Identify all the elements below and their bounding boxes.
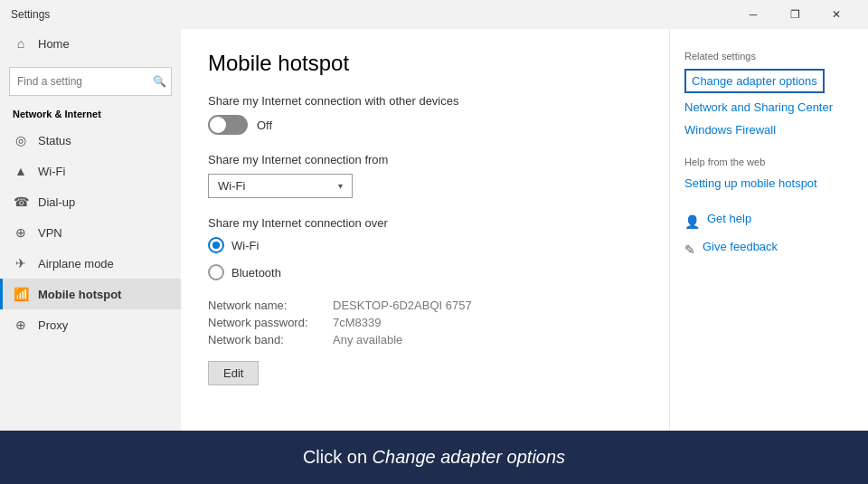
network-band-value: Any available: [333, 333, 402, 346]
share-toggle-row: Share my Internet connection with other …: [208, 94, 642, 135]
sidebar-home-label: Home: [38, 37, 70, 51]
sidebar-item-label: Proxy: [38, 318, 68, 332]
hotspot-icon: 📶: [13, 287, 29, 301]
help-section: Help from the web Setting up mobile hots…: [684, 157, 854, 192]
sidebar-item-airplane[interactable]: ✈ Airplane mode: [0, 248, 181, 279]
help-icon: 👤: [684, 214, 700, 229]
related-settings-label: Related settings: [684, 51, 854, 62]
share-label: Share my Internet connection with other …: [208, 94, 642, 108]
home-icon: ⌂: [13, 36, 29, 51]
share-from-dropdown[interactable]: Wi-Fi ▾: [208, 174, 353, 198]
sidebar-item-proxy[interactable]: ⊕ Proxy: [0, 309, 181, 340]
network-band-row: Network band: Any available: [208, 333, 642, 346]
sidebar-item-label: Wi-Fi: [38, 165, 65, 178]
radio-bluetooth-label: Bluetooth: [231, 266, 281, 280]
proxy-icon: ⊕: [13, 318, 29, 332]
radio-bluetooth-circle: [208, 264, 224, 280]
title-bar-controls: ─ ❐ ✕: [732, 0, 857, 29]
restore-button[interactable]: ❐: [774, 0, 816, 29]
radio-wifi-label: Wi-Fi: [231, 239, 259, 252]
network-info: Network name: DESKTOP-6D2ABQI 6757 Netwo…: [208, 299, 642, 346]
title-bar-left: Settings: [11, 8, 50, 21]
sidebar-item-label: Airplane mode: [38, 257, 114, 270]
footer-links-section: 👤 Get help ✎ Give feedback: [684, 210, 854, 261]
vpn-icon: ⊕: [13, 225, 29, 240]
sidebar-item-label: VPN: [38, 226, 62, 240]
share-over-label: Share my Internet connection over: [208, 216, 642, 230]
windows-firewall-link[interactable]: Windows Firewall: [684, 121, 854, 138]
toggle-label: Off: [257, 119, 272, 132]
sidebar-item-wifi[interactable]: ▲ Wi-Fi: [0, 156, 181, 186]
search-box[interactable]: 🔍: [9, 67, 172, 96]
content-area: ⌂ Home 🔍 Network & Internet ◎ Status ▲ W…: [0, 29, 868, 484]
radio-wifi[interactable]: Wi-Fi: [208, 237, 642, 253]
sidebar-item-home[interactable]: ⌂ Home: [0, 29, 181, 58]
sidebar-item-label: Dial-up: [38, 195, 75, 209]
sidebar-section-label: Network & Internet: [0, 105, 181, 125]
minimize-button[interactable]: ─: [732, 0, 774, 29]
title-bar: Settings ─ ❐ ✕: [0, 0, 868, 29]
page-title: Mobile hotspot: [208, 51, 642, 76]
toggle-knob: [210, 117, 226, 133]
sidebar-item-label: Mobile hotspot: [38, 288, 121, 301]
change-adapter-link[interactable]: Change adapter options: [684, 69, 825, 93]
dropdown-value: Wi-Fi: [218, 179, 245, 193]
status-icon: ◎: [13, 133, 29, 147]
radio-bluetooth[interactable]: Bluetooth: [208, 264, 642, 280]
give-feedback-link[interactable]: Give feedback: [703, 238, 778, 255]
sidebar-item-dialup[interactable]: ☎ Dial-up: [0, 186, 181, 217]
share-from-row: Share my Internet connection from Wi-Fi …: [208, 153, 642, 198]
setup-hotspot-link[interactable]: Setting up mobile hotspot: [684, 175, 854, 192]
network-sharing-link[interactable]: Network and Sharing Center: [684, 99, 854, 116]
share-from-label: Share my Internet connection from: [208, 153, 642, 166]
sidebar: ⌂ Home 🔍 Network & Internet ◎ Status ▲ W…: [0, 29, 181, 484]
instruction-static: Click on: [303, 447, 373, 467]
sidebar-item-status[interactable]: ◎ Status: [0, 125, 181, 156]
main-content: Mobile hotspot Share my Internet connect…: [181, 29, 669, 484]
network-name-row: Network name: DESKTOP-6D2ABQI 6757: [208, 299, 642, 312]
network-name-label: Network name:: [208, 299, 326, 312]
instruction-bar: Click on Change adapter options: [0, 431, 868, 484]
sidebar-item-label: Status: [38, 134, 71, 147]
get-help-row[interactable]: 👤 Get help: [684, 210, 854, 233]
network-password-row: Network password: 7cM8339: [208, 316, 642, 329]
give-feedback-row[interactable]: ✎ Give feedback: [684, 238, 854, 261]
sidebar-item-vpn[interactable]: ⊕ VPN: [0, 217, 181, 248]
toggle-row: Off: [208, 115, 642, 135]
instruction-emphasis: Change adapter options: [373, 447, 566, 467]
share-over-row: Share my Internet connection over Wi-Fi …: [208, 216, 642, 280]
get-help-link[interactable]: Get help: [707, 210, 751, 227]
edit-button[interactable]: Edit: [208, 361, 259, 385]
network-band-label: Network band:: [208, 333, 326, 346]
dialup-icon: ☎: [13, 195, 29, 209]
window-title: Settings: [11, 8, 50, 21]
help-label: Help from the web: [684, 157, 854, 167]
right-panel: Related settings Change adapter options …: [669, 29, 868, 484]
network-password-value: 7cM8339: [333, 316, 381, 329]
radio-group: Wi-Fi Bluetooth: [208, 237, 642, 280]
wifi-icon: ▲: [13, 164, 29, 178]
search-input[interactable]: [17, 75, 153, 88]
radio-wifi-circle: [208, 237, 224, 253]
related-settings-section: Related settings Change adapter options …: [684, 51, 854, 138]
close-button[interactable]: ✕: [816, 0, 857, 29]
feedback-icon: ✎: [684, 242, 695, 257]
sidebar-item-hotspot[interactable]: 📶 Mobile hotspot: [0, 279, 181, 309]
chevron-down-icon: ▾: [338, 181, 343, 191]
hotspot-toggle[interactable]: [208, 115, 248, 135]
airplane-icon: ✈: [13, 256, 29, 270]
network-password-label: Network password:: [208, 316, 326, 329]
network-name-value: DESKTOP-6D2ABQI 6757: [333, 299, 472, 312]
search-icon: 🔍: [153, 75, 166, 88]
